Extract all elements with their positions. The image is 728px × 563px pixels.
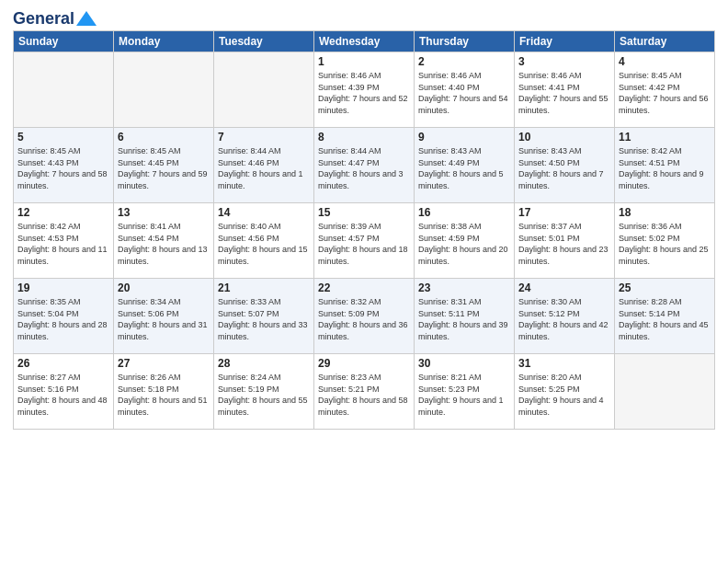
day-info: Sunrise: 8:42 AM Sunset: 4:53 PM Dayligh… (17, 221, 109, 267)
calendar-week-row: 1Sunrise: 8:46 AM Sunset: 4:39 PM Daylig… (14, 52, 715, 128)
calendar-cell: 18Sunrise: 8:36 AM Sunset: 5:02 PM Dayli… (615, 203, 715, 279)
day-info: Sunrise: 8:44 AM Sunset: 4:47 PM Dayligh… (318, 145, 410, 191)
day-info: Sunrise: 8:40 AM Sunset: 4:56 PM Dayligh… (218, 221, 310, 267)
calendar-cell: 9Sunrise: 8:43 AM Sunset: 4:49 PM Daylig… (415, 128, 515, 203)
day-info: Sunrise: 8:45 AM Sunset: 4:43 PM Dayligh… (17, 145, 109, 191)
calendar-cell: 6Sunrise: 8:45 AM Sunset: 4:45 PM Daylig… (114, 128, 214, 203)
day-info: Sunrise: 8:23 AM Sunset: 5:21 PM Dayligh… (318, 372, 410, 418)
day-of-week-header: Sunday (14, 31, 114, 52)
calendar-cell: 27Sunrise: 8:26 AM Sunset: 5:18 PM Dayli… (114, 354, 214, 430)
day-of-week-header: Monday (114, 31, 214, 52)
calendar-cell: 1Sunrise: 8:46 AM Sunset: 4:39 PM Daylig… (314, 52, 415, 128)
calendar-cell (615, 354, 715, 430)
day-number: 11 (619, 131, 711, 144)
calendar-cell: 26Sunrise: 8:27 AM Sunset: 5:16 PM Dayli… (14, 354, 114, 430)
day-number: 3 (518, 55, 610, 68)
day-info: Sunrise: 8:38 AM Sunset: 4:59 PM Dayligh… (418, 221, 510, 267)
calendar-cell: 31Sunrise: 8:20 AM Sunset: 5:25 PM Dayli… (515, 354, 615, 430)
calendar-cell: 3Sunrise: 8:46 AM Sunset: 4:41 PM Daylig… (515, 52, 615, 128)
calendar-cell: 29Sunrise: 8:23 AM Sunset: 5:21 PM Dayli… (314, 354, 415, 430)
day-info: Sunrise: 8:41 AM Sunset: 4:54 PM Dayligh… (118, 221, 210, 267)
day-number: 24 (518, 282, 610, 294)
day-of-week-header: Thursday (415, 31, 515, 52)
day-info: Sunrise: 8:32 AM Sunset: 5:09 PM Dayligh… (318, 296, 410, 342)
day-info: Sunrise: 8:35 AM Sunset: 5:04 PM Dayligh… (17, 296, 109, 342)
calendar-cell: 22Sunrise: 8:32 AM Sunset: 5:09 PM Dayli… (314, 279, 415, 354)
day-info: Sunrise: 8:45 AM Sunset: 4:45 PM Dayligh… (118, 145, 210, 191)
logo-icon (76, 11, 97, 26)
day-info: Sunrise: 8:43 AM Sunset: 4:49 PM Dayligh… (418, 145, 510, 191)
day-info: Sunrise: 8:46 AM Sunset: 4:40 PM Dayligh… (418, 70, 510, 116)
calendar-week-row: 26Sunrise: 8:27 AM Sunset: 5:16 PM Dayli… (14, 354, 715, 430)
logo-general: General (13, 9, 74, 29)
day-number: 2 (418, 55, 510, 68)
day-number: 21 (218, 282, 310, 294)
day-info: Sunrise: 8:44 AM Sunset: 4:46 PM Dayligh… (218, 145, 310, 191)
day-number: 7 (218, 131, 310, 144)
calendar-cell (14, 52, 114, 128)
day-of-week-header: Tuesday (214, 31, 314, 52)
calendar-cell: 7Sunrise: 8:44 AM Sunset: 4:46 PM Daylig… (214, 128, 314, 203)
day-number: 4 (619, 55, 711, 68)
calendar-cell: 8Sunrise: 8:44 AM Sunset: 4:47 PM Daylig… (314, 128, 415, 203)
day-info: Sunrise: 8:46 AM Sunset: 4:39 PM Dayligh… (318, 70, 410, 116)
day-number: 14 (218, 206, 310, 219)
calendar-week-row: 5Sunrise: 8:45 AM Sunset: 4:43 PM Daylig… (14, 128, 715, 203)
calendar-week-row: 19Sunrise: 8:35 AM Sunset: 5:04 PM Dayli… (14, 279, 715, 354)
day-number: 5 (17, 131, 109, 144)
calendar-cell: 17Sunrise: 8:37 AM Sunset: 5:01 PM Dayli… (515, 203, 615, 279)
calendar-cell: 13Sunrise: 8:41 AM Sunset: 4:54 PM Dayli… (114, 203, 214, 279)
day-of-week-header: Saturday (615, 31, 715, 52)
day-number: 25 (619, 282, 711, 294)
day-number: 16 (418, 206, 510, 219)
day-info: Sunrise: 8:26 AM Sunset: 5:18 PM Dayligh… (118, 372, 210, 418)
calendar-cell: 10Sunrise: 8:43 AM Sunset: 4:50 PM Dayli… (515, 128, 615, 203)
day-number: 18 (619, 206, 711, 219)
day-number: 6 (118, 131, 210, 144)
day-info: Sunrise: 8:42 AM Sunset: 4:51 PM Dayligh… (619, 145, 711, 191)
day-info: Sunrise: 8:43 AM Sunset: 4:50 PM Dayligh… (518, 145, 610, 191)
calendar-cell: 19Sunrise: 8:35 AM Sunset: 5:04 PM Dayli… (14, 279, 114, 354)
day-number: 1 (318, 55, 410, 68)
day-info: Sunrise: 8:31 AM Sunset: 5:11 PM Dayligh… (418, 296, 510, 342)
calendar-cell: 16Sunrise: 8:38 AM Sunset: 4:59 PM Dayli… (415, 203, 515, 279)
day-info: Sunrise: 8:34 AM Sunset: 5:06 PM Dayligh… (118, 296, 210, 342)
calendar-cell: 24Sunrise: 8:30 AM Sunset: 5:12 PM Dayli… (515, 279, 615, 354)
calendar-cell: 2Sunrise: 8:46 AM Sunset: 4:40 PM Daylig… (415, 52, 515, 128)
calendar-cell: 15Sunrise: 8:39 AM Sunset: 4:57 PM Dayli… (314, 203, 415, 279)
calendar-cell: 5Sunrise: 8:45 AM Sunset: 4:43 PM Daylig… (14, 128, 114, 203)
day-number: 31 (518, 357, 610, 370)
day-info: Sunrise: 8:37 AM Sunset: 5:01 PM Dayligh… (518, 221, 610, 267)
calendar-cell: 4Sunrise: 8:45 AM Sunset: 4:42 PM Daylig… (615, 52, 715, 128)
day-number: 30 (418, 357, 510, 370)
calendar-cell: 25Sunrise: 8:28 AM Sunset: 5:14 PM Dayli… (615, 279, 715, 354)
day-info: Sunrise: 8:21 AM Sunset: 5:23 PM Dayligh… (418, 372, 510, 418)
day-info: Sunrise: 8:45 AM Sunset: 4:42 PM Dayligh… (619, 70, 711, 116)
day-number: 17 (518, 206, 610, 219)
calendar-cell (114, 52, 214, 128)
day-number: 9 (418, 131, 510, 144)
day-number: 27 (118, 357, 210, 370)
calendar: SundayMondayTuesdayWednesdayThursdayFrid… (13, 30, 715, 430)
day-number: 13 (118, 206, 210, 219)
day-number: 10 (518, 131, 610, 144)
calendar-cell: 20Sunrise: 8:34 AM Sunset: 5:06 PM Dayli… (114, 279, 214, 354)
day-info: Sunrise: 8:20 AM Sunset: 5:25 PM Dayligh… (518, 372, 610, 418)
day-info: Sunrise: 8:30 AM Sunset: 5:12 PM Dayligh… (518, 296, 610, 342)
day-info: Sunrise: 8:46 AM Sunset: 4:41 PM Dayligh… (518, 70, 610, 116)
day-info: Sunrise: 8:36 AM Sunset: 5:02 PM Dayligh… (619, 221, 711, 267)
calendar-cell: 11Sunrise: 8:42 AM Sunset: 4:51 PM Dayli… (615, 128, 715, 203)
day-number: 28 (218, 357, 310, 370)
day-info: Sunrise: 8:27 AM Sunset: 5:16 PM Dayligh… (17, 372, 109, 418)
day-of-week-header: Wednesday (314, 31, 415, 52)
day-number: 23 (418, 282, 510, 294)
calendar-cell: 14Sunrise: 8:40 AM Sunset: 4:56 PM Dayli… (214, 203, 314, 279)
calendar-cell: 21Sunrise: 8:33 AM Sunset: 5:07 PM Dayli… (214, 279, 314, 354)
calendar-cell: 23Sunrise: 8:31 AM Sunset: 5:11 PM Dayli… (415, 279, 515, 354)
day-number: 8 (318, 131, 410, 144)
day-number: 20 (118, 282, 210, 294)
day-number: 29 (318, 357, 410, 370)
svg-marker-0 (76, 11, 97, 26)
day-info: Sunrise: 8:28 AM Sunset: 5:14 PM Dayligh… (619, 296, 711, 342)
header: General (13, 9, 715, 25)
